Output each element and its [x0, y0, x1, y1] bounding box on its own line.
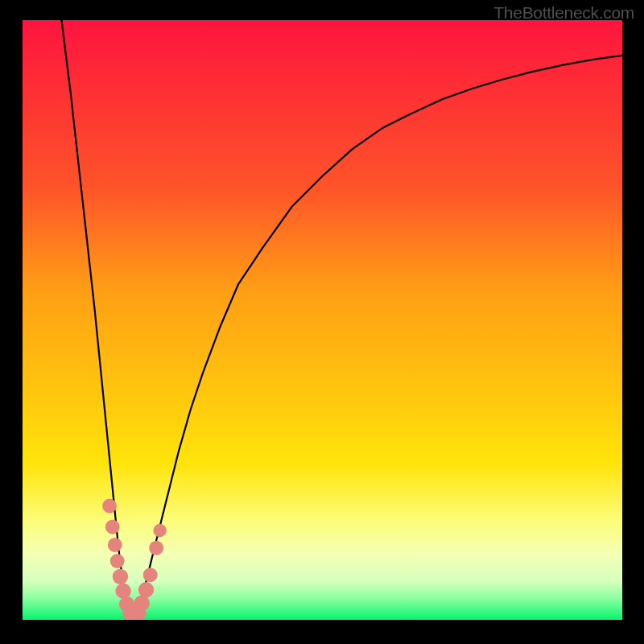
svg-point-3: [108, 538, 122, 552]
bottleneck-chart: [23, 20, 622, 620]
svg-point-2: [105, 520, 120, 535]
svg-point-15: [153, 524, 166, 537]
chart-frame: TheBottleneck.com: [0, 0, 644, 644]
svg-point-6: [115, 584, 130, 599]
svg-point-12: [138, 582, 154, 597]
svg-point-11: [134, 595, 150, 610]
plot-area: [23, 20, 622, 620]
svg-point-14: [149, 541, 163, 555]
svg-point-13: [143, 568, 158, 582]
watermark-text: TheBottleneck.com: [493, 3, 634, 23]
svg-point-5: [113, 569, 128, 584]
svg-point-4: [110, 554, 125, 568]
svg-point-1: [102, 499, 117, 514]
